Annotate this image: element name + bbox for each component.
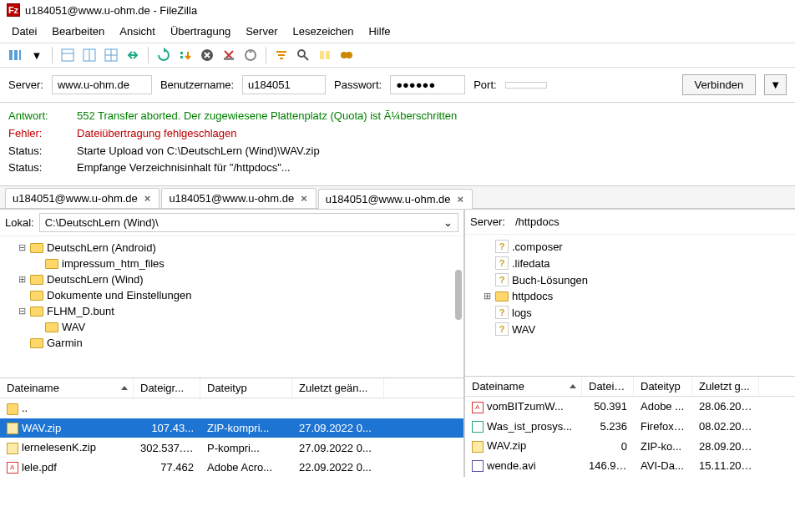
tree-item[interactable]: ⊞httpdocs xyxy=(482,288,790,304)
tree-item[interactable]: impressum_htm_files xyxy=(32,256,458,271)
log-msg: Empfange Verzeichnisinhalt für "/httpdoc… xyxy=(77,160,291,177)
connection-tab[interactable]: u184051@www.u-ohm.de× xyxy=(318,189,473,209)
toggle-localtree-button[interactable] xyxy=(79,45,99,65)
local-list[interactable]: ..WAV.zip107.43...ZIP-kompri...27.09.202… xyxy=(0,398,463,477)
cell: vomBITzumW... xyxy=(465,398,582,415)
tree-item[interactable]: ⊟DeutschLern (Android) xyxy=(17,240,458,256)
file-row[interactable]: wende.avi146.944AVI-Da...15.11.200... xyxy=(465,456,795,476)
compare-button[interactable] xyxy=(315,45,335,65)
folder-icon xyxy=(30,307,43,317)
column-header[interactable]: Zuletzt geän... xyxy=(292,378,384,398)
tree-item[interactable]: ?.lifedata xyxy=(482,255,790,271)
menu-lesezeichen[interactable]: Lesezeichen xyxy=(286,22,360,41)
chevron-down-icon[interactable]: ⌄ xyxy=(443,216,453,229)
tree-item[interactable]: Dokumente und Einstellungen xyxy=(17,287,458,303)
unknown-folder-icon: ? xyxy=(495,240,509,253)
file-row[interactable]: lernelesenK.zip302.537.222P-kompri...27.… xyxy=(0,438,463,458)
local-pane: Lokal: C:\DeutschLern (Wind)\ ⌄ ⊟Deutsch… xyxy=(0,210,463,477)
pass-input[interactable]: ●●●●●● xyxy=(390,75,465,94)
cell: .. xyxy=(0,400,134,417)
tree-item[interactable]: ?WAV xyxy=(482,321,790,337)
toggle-log-button[interactable] xyxy=(58,45,78,65)
file-row[interactable]: vomBITzumW...50.391Adobe ...28.06.200... xyxy=(465,397,795,417)
refresh-button[interactable] xyxy=(154,45,174,65)
cell: 28.09.202... xyxy=(692,438,759,454)
tree-item[interactable]: ?Buch-Lösungen xyxy=(482,271,790,288)
folder-icon xyxy=(495,291,509,301)
file-row[interactable]: WAV.zip0ZIP-ko...28.09.202... xyxy=(465,436,795,456)
cell: ZIP-kompri... xyxy=(200,420,292,436)
menu-bearbeiten[interactable]: Bearbeiten xyxy=(45,22,111,41)
window-title: u184051@www.u-ohm.de - FileZilla xyxy=(25,4,197,17)
menu-hilfe[interactable]: Hilfe xyxy=(362,22,397,41)
expander-icon[interactable]: ⊟ xyxy=(17,306,27,317)
user-input[interactable]: u184051 xyxy=(242,75,326,94)
expander-icon[interactable]: ⊞ xyxy=(17,274,27,285)
menu-ansicht[interactable]: Ansicht xyxy=(113,22,162,41)
column-header[interactable]: Zuletzt g... xyxy=(692,377,759,396)
menu-übertragung[interactable]: Übertragung xyxy=(164,22,237,41)
connect-dropdown[interactable]: ▼ xyxy=(764,74,787,95)
svg-rect-3 xyxy=(62,49,73,61)
disconnect-button[interactable] xyxy=(219,45,239,65)
connection-tab[interactable]: u184051@www.u-ohm.de× xyxy=(161,188,316,208)
tree-item[interactable]: WAV xyxy=(32,319,458,335)
expander-icon[interactable]: ⊞ xyxy=(482,291,492,301)
app-logo: Fz xyxy=(7,3,20,17)
log-msg: Starte Upload von C:\DeutschLern (Wind)\… xyxy=(77,143,320,160)
file-row[interactable]: .. xyxy=(0,398,463,418)
remote-path-input[interactable]: /httpdocs xyxy=(510,213,790,231)
menu-server[interactable]: Server xyxy=(239,22,284,41)
process-queue-button[interactable] xyxy=(175,45,195,65)
remote-tree[interactable]: ?.composer?.lifedata?Buch-Lösungen⊞httpd… xyxy=(465,234,795,376)
cell: 15.11.200... xyxy=(692,458,759,474)
local-path-input[interactable]: C:\DeutschLern (Wind)\ ⌄ xyxy=(39,213,458,232)
column-header[interactable]: Dateiname xyxy=(0,378,134,398)
column-header[interactable]: Dateigr... xyxy=(134,378,200,398)
tree-item[interactable]: ?.composer xyxy=(482,238,790,255)
expander-icon[interactable]: ⊟ xyxy=(17,242,27,253)
port-input[interactable] xyxy=(505,82,547,89)
tree-item[interactable]: ?logs xyxy=(482,304,790,321)
connection-tab[interactable]: u184051@www.u-ohm.de× xyxy=(5,188,160,208)
column-header[interactable]: Dateiname xyxy=(465,377,582,396)
cell: WAV.zip xyxy=(465,438,582,454)
toggle-queue-button[interactable] xyxy=(123,45,143,65)
filter-button[interactable] xyxy=(271,45,291,65)
search-button[interactable] xyxy=(293,45,313,65)
tab-close-icon[interactable]: × xyxy=(299,192,309,205)
file-row[interactable]: lele.pdf77.462Adobe Acro...22.09.2022 0.… xyxy=(0,458,463,478)
cancel-button[interactable] xyxy=(197,45,217,65)
sitemanager-button[interactable] xyxy=(5,45,25,65)
cell xyxy=(134,407,200,410)
tree-label: httpdocs xyxy=(512,290,553,302)
cell: P-kompri... xyxy=(200,440,292,456)
server-input[interactable]: www.u-ohm.de xyxy=(52,75,152,94)
column-header[interactable]: Dateityp xyxy=(634,377,692,396)
tree-item[interactable]: ⊞DeutschLern (Wind) xyxy=(17,271,458,287)
tab-close-icon[interactable]: × xyxy=(456,193,466,205)
remote-list[interactable]: vomBITzumW...50.391Adobe ...28.06.200...… xyxy=(465,397,795,475)
local-tree[interactable]: ⊟DeutschLern (Android)impressum_htm_file… xyxy=(0,236,463,377)
reconnect-button[interactable] xyxy=(241,45,261,65)
cell: 77.462 xyxy=(134,459,200,475)
tree-item[interactable]: ⊟FLHM_D.bunt xyxy=(17,303,458,319)
find-button[interactable] xyxy=(337,45,357,65)
toolbar-dropdown[interactable]: ▼ xyxy=(27,45,47,65)
tree-item[interactable]: Garmin xyxy=(17,335,458,351)
file-row[interactable]: Was_ist_prosys...5.236Firefox ...08.02.2… xyxy=(465,417,795,437)
folder-icon xyxy=(30,291,43,301)
cell: 107.43... xyxy=(134,420,200,436)
column-header[interactable]: Dateityp xyxy=(200,378,292,398)
toggle-remotetree-button[interactable] xyxy=(101,45,121,65)
server-label: Server: xyxy=(8,79,43,91)
column-header[interactable]: Dateig... xyxy=(582,377,634,396)
menu-datei[interactable]: Datei xyxy=(5,22,43,41)
svg-rect-15 xyxy=(320,51,324,59)
scrollbar[interactable] xyxy=(455,270,462,320)
tree-label: DeutschLern (Android) xyxy=(47,241,156,254)
tab-close-icon[interactable]: × xyxy=(143,192,153,205)
remote-path-text: /httpdocs xyxy=(515,215,560,228)
file-row[interactable]: WAV.zip107.43...ZIP-kompri...27.09.2022 … xyxy=(0,418,463,438)
connect-button[interactable]: Verbinden xyxy=(682,74,757,95)
